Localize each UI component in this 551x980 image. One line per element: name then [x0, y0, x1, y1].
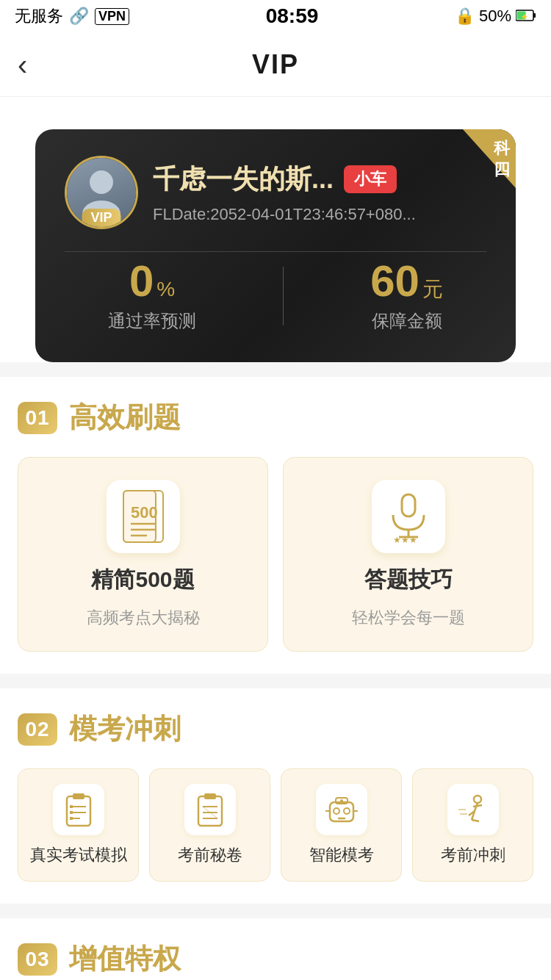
pass-rate-value: 0	[129, 259, 154, 303]
status-bar: 无服务 🔗 VPN 08:59 🔒 50% ⚡	[0, 0, 551, 32]
pass-rate-stat: 0 % 通过率预测	[108, 259, 196, 333]
section-03-title: 增值特权	[69, 940, 181, 978]
section-03-number: 03	[18, 943, 57, 976]
section-02-cards: 真实考试模拟 考前秘卷	[18, 768, 533, 882]
section-02-number: 02	[18, 713, 57, 746]
svg-rect-23	[70, 817, 73, 820]
status-time: 08:59	[266, 4, 319, 28]
vip-card: 科 四 VIP 千虑一失的斯... 小车 FLDate:2052-0	[35, 129, 516, 362]
card-sprint-label: 考前冲刺	[441, 844, 505, 866]
svg-rect-17	[73, 793, 84, 799]
stat-divider	[283, 267, 284, 325]
vip-user-info: 千虑一失的斯... 小车 FLDate:2052-04-01T23:46:57+…	[153, 162, 486, 224]
card-sprint[interactable]: 考前冲刺	[412, 768, 533, 882]
card-real-exam-label: 真实考试模拟	[30, 844, 127, 866]
card-ai-exam[interactable]: 智能模考	[281, 768, 402, 882]
section-01: 01 高效刷题 500 精简500题 高频考点大	[0, 377, 551, 674]
svg-line-43	[473, 805, 482, 807]
section-03: 03 增值特权 100 礼偿保障	[0, 918, 551, 980]
pass-rate-label: 通过率预测	[108, 309, 196, 333]
clipboard2-icon	[184, 784, 236, 835]
svg-point-34	[344, 808, 350, 814]
svg-rect-22	[70, 811, 73, 814]
section-03-header: 03 增值特权	[18, 940, 533, 978]
svg-rect-1	[533, 13, 536, 18]
vip-user-row: VIP 千虑一失的斯... 小车 FLDate:2052-04-01T23:46…	[65, 156, 486, 229]
vip-stats: 0 % 通过率预测 60 元 保障金额	[65, 251, 486, 333]
svg-point-4	[90, 170, 113, 194]
card-skills-title: 答题技巧	[364, 565, 453, 595]
vip-avatar: VIP	[65, 156, 138, 229]
status-right: 🔒 50% ⚡	[455, 7, 536, 26]
vip-username: 千虑一失的斯...	[153, 162, 334, 198]
svg-rect-12	[402, 494, 415, 516]
vpn-label: VPN	[95, 8, 129, 25]
section-01-number: 01	[18, 402, 57, 434]
section-02-title: 模考冲刺	[69, 710, 181, 748]
section-02: 02 模考冲刺 真实考试模拟	[0, 688, 551, 904]
run-icon	[447, 784, 499, 835]
svg-rect-21	[70, 805, 73, 808]
nav-bar: ‹ VIP	[0, 32, 551, 97]
card-500-questions[interactable]: 500 精简500题 高频考点大揭秘	[18, 457, 268, 652]
card-500-title: 精简500题	[91, 565, 194, 595]
guarantee-unit: 元	[422, 275, 443, 303]
robot-icon	[316, 784, 367, 835]
link-icon: 🔗	[69, 7, 89, 26]
svg-text:⚡: ⚡	[520, 12, 529, 21]
shield-icon: 🔒	[455, 7, 475, 26]
section-01-cards: 500 精简500题 高频考点大揭秘	[18, 457, 533, 652]
guarantee-value: 60	[370, 259, 419, 303]
svg-text:★★★: ★★★	[393, 535, 417, 545]
svg-rect-24	[198, 796, 222, 826]
card-secret-paper[interactable]: 考前秘卷	[149, 768, 270, 882]
svg-point-38	[474, 796, 481, 803]
corner-text: 科 四	[494, 138, 510, 180]
carrier-label: 无服务	[15, 5, 63, 27]
battery-icon: ⚡	[516, 7, 536, 26]
page-title: VIP	[252, 49, 299, 80]
guarantee-label: 保障金额	[370, 309, 443, 333]
card-skills-subtitle: 轻松学会每一题	[352, 607, 465, 629]
section-01-title: 高效刷题	[69, 399, 181, 436]
svg-point-32	[340, 799, 343, 802]
svg-text:500: 500	[131, 503, 158, 522]
card-mic-icon: ★★★	[372, 480, 445, 553]
card-500-subtitle: 高频考点大揭秘	[87, 607, 200, 629]
battery-percent: 50%	[479, 7, 511, 26]
status-left: 无服务 🔗 VPN	[15, 5, 129, 27]
vip-car-tag: 小车	[344, 165, 397, 193]
vip-badge-label: VIP	[82, 209, 120, 227]
section-02-header: 02 模考冲刺	[18, 710, 533, 748]
section-01-header: 01 高效刷题	[18, 399, 533, 436]
corner-badge: 科 四	[463, 129, 516, 188]
clipboard1-icon	[53, 784, 104, 835]
back-button[interactable]: ‹	[18, 50, 27, 79]
pass-rate-unit: %	[156, 278, 175, 301]
svg-line-42	[472, 820, 479, 821]
vip-username-row: 千虑一失的斯... 小车	[153, 162, 486, 198]
card-500-icon: 500	[107, 480, 180, 553]
svg-rect-25	[204, 793, 216, 799]
card-secret-label: 考前秘卷	[178, 844, 242, 866]
svg-point-33	[334, 808, 339, 814]
card-answer-skills[interactable]: ★★★ 答题技巧 轻松学会每一题	[283, 457, 533, 652]
card-real-exam[interactable]: 真实考试模拟	[18, 768, 139, 882]
vip-date: FLDate:2052-04-01T23:46:57+080...	[153, 205, 486, 224]
guarantee-stat: 60 元 保障金额	[370, 259, 443, 333]
card-ai-label: 智能模考	[309, 844, 374, 866]
